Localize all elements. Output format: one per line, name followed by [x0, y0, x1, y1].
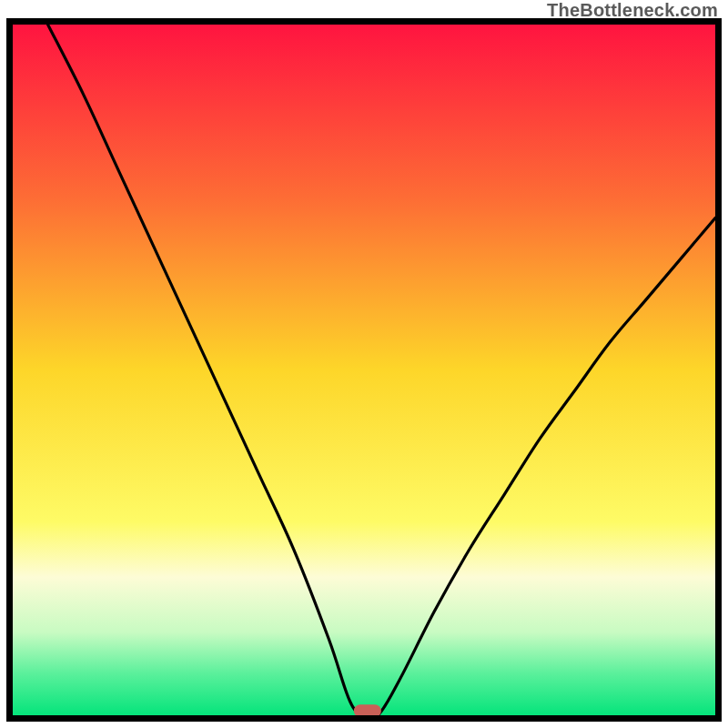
chart-frame [6, 18, 722, 722]
optimal-marker [354, 704, 381, 715]
gradient-background [13, 25, 715, 715]
bottleneck-chart [13, 25, 715, 715]
